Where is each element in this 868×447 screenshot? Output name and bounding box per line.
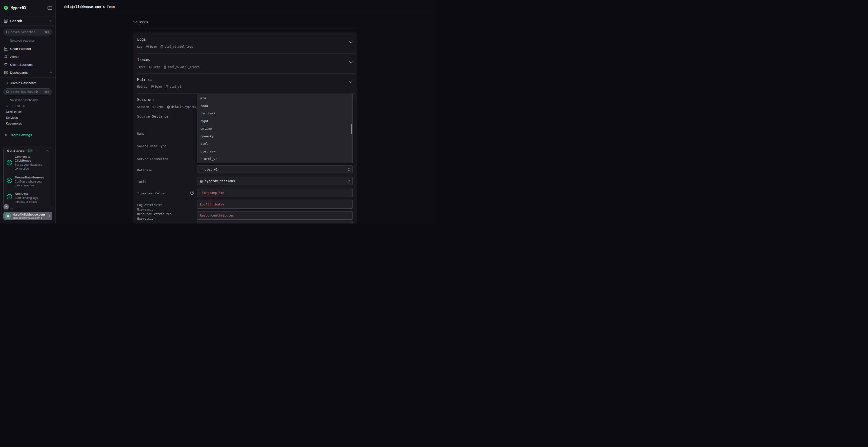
source-data-type-label: Source Data Type (137, 144, 181, 148)
database-select[interactable]: otel_v2 (197, 166, 353, 173)
database-dropdown: mta noaa nyc_taxi nypd ontime opensky ot… (197, 94, 353, 163)
sidebar-item-label: Chart Explorer (10, 47, 31, 50)
presets-toggle[interactable]: PRESETS (6, 105, 25, 107)
dropdown-option[interactable]: opensky (197, 133, 352, 140)
get-started-title: Get Started (7, 149, 25, 152)
dropdown-option[interactable]: nyc_taxi (197, 110, 352, 117)
check-icon: ✓ (200, 157, 202, 161)
server-icon (152, 105, 156, 109)
database-icon (164, 66, 166, 69)
sidebar-collapse-icon[interactable] (48, 6, 52, 10)
chevron-down-icon[interactable] (349, 81, 352, 83)
sidebar-item-label: Alerts (10, 55, 19, 59)
checklist-item[interactable]: Add Data Start sending logs, metrics, or… (6, 192, 50, 204)
preset-services[interactable]: Services (6, 116, 18, 119)
preset-kubernetes[interactable]: Kubernetes (6, 122, 22, 125)
saved-dashboards-placeholder: Saved Dashboards (11, 90, 44, 94)
dropdown-option[interactable]: nypd (197, 117, 352, 125)
saved-searches-input[interactable]: Saved Searches ⌘K (3, 29, 52, 35)
sidebar-item-alerts[interactable]: Alerts (0, 53, 56, 60)
help-circle-icon[interactable] (190, 191, 194, 195)
checklist-item-desc: Start sending logs, metrics, or traces (15, 196, 48, 204)
sidebar-item-chart-explorer[interactable]: Chart Explorer (0, 45, 56, 52)
dropdown-scrollbar[interactable] (351, 124, 352, 134)
app-window: HyperDX Search Saved Searches ⌘K No save… (0, 0, 434, 224)
connection-name: Demo (150, 45, 157, 48)
get-started-header[interactable]: Get Started 3/3 (7, 148, 49, 152)
database-icon (160, 45, 163, 48)
help-button[interactable]: ? (3, 204, 9, 210)
team-title: dale@clickhouse.com's Team (64, 5, 115, 9)
logo-row: HyperDX (0, 0, 56, 16)
source-kind: Session (137, 105, 149, 109)
dropdown-option[interactable]: noaa (197, 102, 352, 110)
source-logs-title: Logs (137, 37, 146, 42)
user-subtitle: dale@clickhouse.com's (13, 216, 49, 219)
help-label: ? (5, 205, 7, 209)
create-dashboard-button[interactable]: Create Dashboard (0, 79, 56, 86)
no-saved-searches-text: No saved searches (10, 39, 35, 42)
table-select[interactable]: hyperdx_sessions (197, 177, 353, 185)
source-traces-title: Traces (137, 58, 150, 62)
connection-name: Demo (157, 105, 163, 109)
shortcut-badge: ⌘K (44, 30, 51, 34)
get-started-panel: Get Started 3/3 Connect to ClickHouse Se… (3, 146, 52, 209)
shortcut-badge: ⌘K (44, 90, 51, 94)
chevron-down-icon (6, 105, 8, 107)
bell-icon (4, 55, 8, 59)
chevron-up-icon[interactable] (49, 72, 52, 73)
select-chevrons-icon[interactable] (348, 179, 350, 183)
server-connection-label: Server Connection (137, 157, 181, 161)
dropdown-option[interactable]: otel (197, 140, 352, 148)
dropdown-option-selected[interactable]: ✓otel_v2 (197, 155, 352, 163)
table-path: otel_v2.otel_logs (164, 45, 193, 48)
sidebar-section-search[interactable]: Search (0, 16, 56, 26)
check-circle-icon (6, 176, 15, 187)
select-chevrons-icon[interactable] (348, 168, 350, 171)
top-bar: dale@clickhouse.com's Team (56, 0, 434, 14)
server-icon (149, 66, 152, 69)
sidebar: HyperDX Search Saved Searches ⌘K No save… (0, 0, 56, 224)
table-label: Table (137, 179, 181, 184)
server-icon (151, 85, 154, 89)
team-settings-label: Team Settings (10, 133, 32, 137)
user-menu[interactable]: D dale@clickhouse.com dale@clickhouse.co… (3, 212, 52, 220)
checklist-item-desc: Set up your database connection (15, 163, 46, 171)
sidebar-item-client-sessions[interactable]: Client Sessions (0, 61, 56, 68)
table-path: otel_v2 (169, 85, 181, 89)
source-kind: Log (137, 45, 142, 48)
create-dashboard-label: Create Dashboard (11, 81, 36, 85)
saved-dashboards-input[interactable]: Saved Dashboards ⌘K (3, 89, 52, 95)
connection-name: Demo (155, 85, 162, 89)
dropdown-option[interactable]: otel_raw (197, 148, 352, 156)
checklist-item-desc: Configure where your data comes from (15, 180, 48, 187)
timestamp-column-input[interactable]: TimestampTime (197, 188, 353, 197)
next-field-clipped[interactable] (197, 221, 353, 224)
checklist-item[interactable]: Create Data Sources Configure where your… (6, 176, 50, 187)
checklist-item[interactable]: Connect to ClickHouse Set up your databa… (6, 155, 50, 171)
preset-clickhouse[interactable]: ClickHouse (6, 110, 22, 114)
chevron-down-icon[interactable] (349, 61, 352, 63)
resource-attributes-label: Resource Attributes Expression (137, 212, 176, 221)
chevron-up-icon[interactable] (46, 150, 49, 151)
team-settings-link[interactable]: Team Settings (4, 133, 32, 137)
sidebar-item-label: Client Sessions (10, 63, 33, 66)
page-title: Sources (133, 20, 148, 24)
dropdown-option[interactable]: ontime (197, 125, 352, 133)
connection-name: Demo (154, 65, 160, 69)
sidebar-item-dashboards[interactable]: Dashboards (0, 69, 56, 76)
server-icon (146, 45, 149, 48)
check-circle-icon (6, 192, 15, 204)
resource-attributes-input[interactable]: ResourceAttributes (197, 211, 353, 220)
source-sessions-title: Sessions (137, 98, 155, 102)
divider (137, 54, 356, 54)
chevron-down-icon[interactable] (349, 41, 352, 43)
log-attributes-input[interactable]: LogAttributes (197, 200, 353, 209)
checklist-item-partial[interactable]: 🎉Get started! You're all set! (10, 208, 52, 209)
dropdown-option[interactable]: mta (197, 94, 352, 102)
progress-badge: 3/3 (27, 148, 33, 152)
presets-label: PRESETS (10, 105, 25, 107)
chevron-up-icon[interactable] (49, 20, 52, 22)
main-content: Sources Logs Log Demo otel_v2.otel_logs … (56, 14, 434, 224)
log-attributes-value: LogAttributes (200, 203, 224, 206)
